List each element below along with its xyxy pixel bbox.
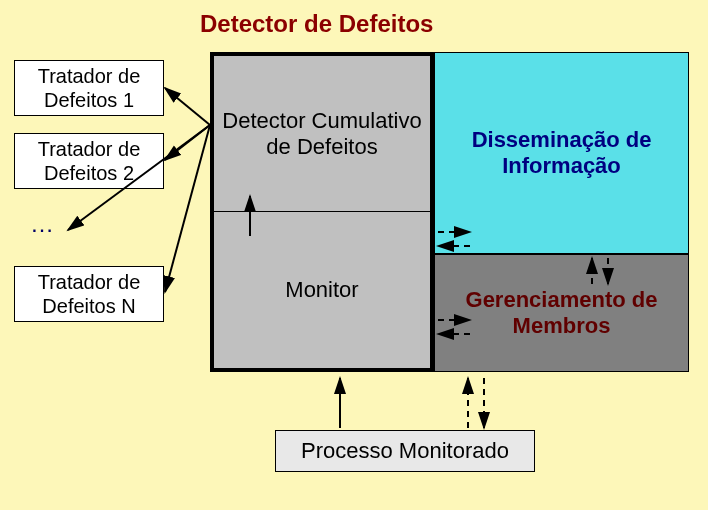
- detector-container: Detector Cumulativo de Defeitos Monitor: [210, 52, 434, 372]
- handler-box-1: Tratador deDefeitos 1: [14, 60, 164, 116]
- handler-box-n: Tratador deDefeitos N: [14, 266, 164, 322]
- svg-line-3: [165, 125, 210, 292]
- cumulative-detector-box: Detector Cumulativo de Defeitos: [214, 56, 430, 212]
- monitor-box: Monitor: [214, 212, 430, 368]
- dissemination-box: Disseminação de Informação: [434, 52, 689, 254]
- svg-line-0: [165, 88, 210, 125]
- membership-box: Gerenciamento de Membros: [434, 254, 689, 372]
- handlers-ellipsis: …: [30, 210, 54, 238]
- handler-box-2: Tratador deDefeitos 2: [14, 133, 164, 189]
- svg-line-1: [165, 125, 210, 160]
- process-box: Processo Monitorado: [275, 430, 535, 472]
- diagram-title: Detector de Defeitos: [200, 10, 433, 38]
